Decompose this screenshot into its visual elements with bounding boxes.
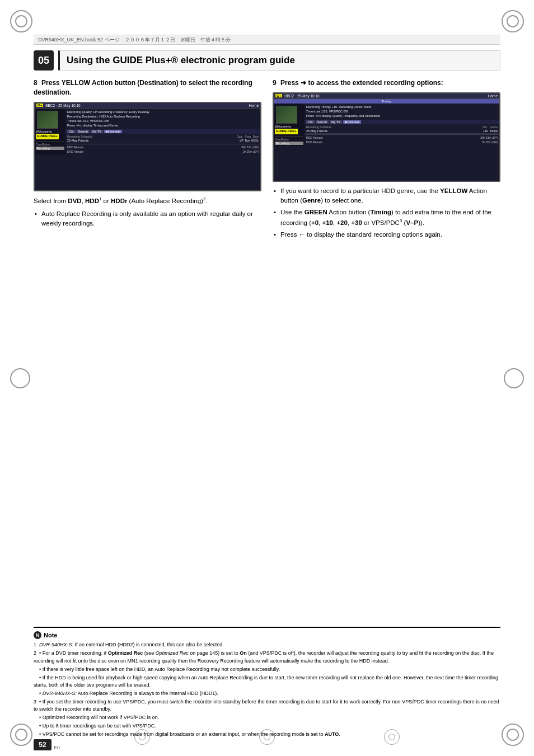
select-line: Select from DVD, HDD1 or HDDr (Auto Repl… [34,196,261,206]
tv-divider-left [36,142,64,142]
tv-sched-row-left: 25-May Friends LP Tue HDDr [67,139,259,143]
main-content: 8 Press YELLOW Action button (Destinatio… [34,78,500,711]
tv-tabs-right: Ctrl Search My TV ■Schedule [305,120,499,124]
bullet-item-left: Auto Replace Recording is only available… [34,209,261,229]
tab-mytv-left: My TV [91,130,103,133]
tv-schedule-right: Recording Schedule Tim. Genre 25-May Fri… [305,124,499,134]
step8-number: 8 [34,79,38,87]
tv-main-panel-left: Recording Quality: LP Recording Frequenc… [65,109,260,154]
corner-decoration-br [502,724,524,746]
tv-sidebar-left: Welcome to GUIDE Plus+ One-Button Record… [35,109,65,154]
note-section: N Note 1 DVR-940HX-S: If an external HDD… [34,627,500,739]
tv-sched-row-right: 25-May Friends +10 None [306,129,498,134]
bottom-target-center [259,729,275,745]
chapter-number: 05 [34,50,54,71]
left-column: 8 Press YELLOW Action button (Destinatio… [34,78,261,242]
step9-text: Press ➜ to access the extended recording… [280,79,443,87]
tv-header-right: G+ BBC2 · 25-May 10:10 Home [274,93,499,99]
tv-timing-title: Timing [274,99,499,104]
tv-welcome-right: Welcome to GUIDE Plus+ [275,125,303,135]
tv-schedule-left: Recording Schedule Qual Freq Dest 25-May… [65,134,260,144]
tv-screen-left: G+ BBC2 · 25-May 10:10 Home Welcome to G… [34,102,261,191]
page-lang: En [54,745,60,750]
tv-thumbnail-left [37,111,58,129]
tab-search-left: Search [77,130,90,133]
tv-info-left: Recording Quality: LP Recording Frequenc… [65,109,260,129]
tv-info-right: Recording Timing: +10. Recording Genre: … [305,104,499,120]
home-right: Home [488,94,498,98]
tv-main-panel-right: Recording Timing: +10. Recording Genre: … [305,104,499,146]
step9-number: 9 [273,79,277,87]
header-bar: DVR940HX_UK_EN.book 52 ページ ２００６年７月１２日 水曜… [34,35,500,45]
note-icon: N [34,631,41,639]
bottom-target-left [134,729,150,745]
tv-screen-right: G+ BBC2 · 25-May 10:10 Home Timing Welco… [273,92,500,182]
bottom-target-right [384,729,400,745]
tv-sched-header-left: Recording Schedule Qual Freq Dest [67,134,259,139]
corner-decoration-tr [502,10,524,32]
corner-decoration-tl [10,10,32,32]
guide-plus-logo-left: G+ [36,104,43,107]
note-header: N Note [34,631,500,639]
tv-time-right: 25-May 10:10 [297,94,320,98]
mid-circle-right [504,368,524,388]
tab-ctrl-right: Ctrl [306,120,315,124]
tab-search-right: Search [316,120,329,124]
tv-hdd-row-left: HDD Remain 30h 33m (SP) [67,145,259,149]
bullet-item-right-1: If you want to record to a particular HD… [273,186,500,206]
tab-ctrl-left: Ctrl [67,130,76,133]
step9-heading: 9 Press ➜ to access the extended recordi… [273,78,500,88]
bottom-target-left-inner [139,734,146,740]
home-left: Home [249,104,259,107]
tv-remain-left: HDD Remain 30h 33m (SP) DVD Remain 2h 00… [65,144,260,154]
tv-dvd-row-right: DVD Remain 3h 00m (SP) [306,140,498,144]
note-text: 1 DVR-940HX-S: If an external HDD (HDD2)… [34,641,500,738]
bullet-item-right-3: Press ← to display the standard recordin… [273,230,500,240]
tv-channel-left: BBC2 [45,104,55,107]
corner-decoration-bl [10,724,32,746]
tv-remain-right: HDD Remain 30h 33m (SP) DVD Remain 3h 00… [305,134,499,145]
tv-recording-badge-left: Recording [36,147,64,150]
two-column-layout: 8 Press YELLOW Action button (Destinatio… [34,78,500,242]
guide-plus-logo-right: G+ [275,94,282,97]
tv-sidebar-right: Welcome to GUIDE Plus+ One-Button Record… [274,104,305,146]
step8-heading: 8 Press YELLOW Action button (Destinatio… [34,78,261,97]
step8-text: Press YELLOW Action button (Destination)… [34,79,252,96]
tab-schedule-right: ■Schedule [343,120,361,124]
tv-divider-right [275,137,303,137]
tv-tabs-left: Ctrl Search My TV ■Schedule [65,129,260,134]
chapter-title: Using the GUIDE Plus+® electronic progra… [58,50,500,71]
tv-one-btn-left: One-Button [36,143,64,146]
tv-thumbnail-right [276,106,297,124]
tv-time-left: 25-May 10:10 [58,104,81,107]
bullet-list-right: If you want to record to a particular HD… [273,186,500,240]
right-column: 9 Press ➜ to access the extended recordi… [273,78,500,242]
tv-hdd-row-right: HDD Remain 30h 33m (SP) [306,135,498,140]
tv-channel-right: BBC2 [284,94,294,98]
bullet-list-left: Auto Replace Recording is only available… [34,209,261,229]
tv-header-left: G+ BBC2 · 25-May 10:10 Home [35,103,260,109]
tv-recording-badge-right: Recording [275,142,303,145]
tv-body-right: Welcome to GUIDE Plus+ One-Button Record… [274,104,499,146]
tv-dvd-row-left: DVD Remain 2h 00m (SP) [67,149,259,154]
tv-welcome-left: Welcome to GUIDE Plus+ [36,130,64,140]
bottom-target-center-inner [264,734,270,740]
tv-one-btn-right: One-Button [275,138,303,141]
tv-body-left: Welcome to GUIDE Plus+ One-Button Record… [35,109,260,154]
page-number: 52 [34,739,51,750]
tab-schedule-left: ■Schedule [104,130,122,133]
bottom-target-right-inner [388,734,395,740]
tv-sched-header-right: Recording Schedule Tim. Genre [306,125,498,129]
bullet-item-right-2: Use the GREEN Action button (Timing) to … [273,208,500,227]
tab-mytv-right: My TV [330,120,342,124]
header-file-info: DVR940HX_UK_EN.book 52 ページ ２００６年７月１２日 水曜… [38,36,231,44]
mid-circle-left [10,368,30,388]
note-label: Note [44,632,57,638]
